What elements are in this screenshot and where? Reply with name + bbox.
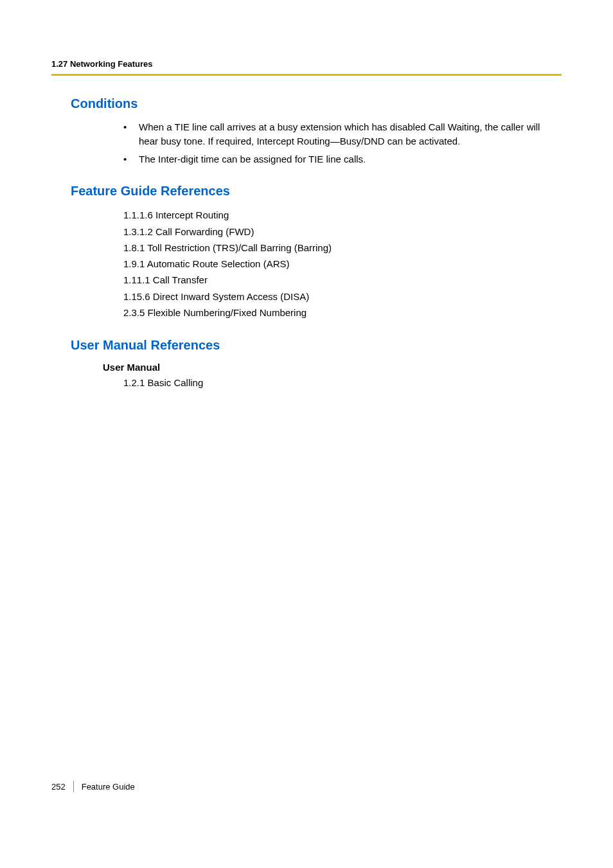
header-divider [51, 74, 562, 76]
reference-item: 1.3.1.2 Call Forwarding (FWD) [123, 224, 562, 239]
page-number: 252 [51, 782, 73, 792]
reference-item: 1.9.1 Automatic Route Selection (ARS) [123, 256, 562, 271]
reference-item: 1.2.1 Basic Calling [123, 375, 562, 390]
user-manual-references-title: User Manual References [71, 338, 562, 353]
reference-item: 2.3.5 Flexible Numbering/Fixed Numbering [123, 305, 562, 320]
conditions-title: Conditions [71, 96, 562, 111]
reference-item: 1.8.1 Toll Restriction (TRS)/Call Barrin… [123, 240, 562, 255]
feature-guide-references-list: 1.1.1.6 Intercept Routing 1.3.1.2 Call F… [123, 208, 562, 320]
reference-item: 1.15.6 Direct Inward System Access (DISA… [123, 289, 562, 304]
page-footer: 252 Feature Guide [51, 781, 135, 792]
reference-item: 1.1.1.6 Intercept Routing [123, 208, 562, 222]
condition-item: When a TIE line call arrives at a busy e… [123, 120, 562, 148]
condition-item: The Inter-digit time can be assigned for… [123, 152, 562, 166]
footer-divider [73, 781, 74, 792]
user-manual-subheading: User Manual [103, 362, 562, 373]
page-container: 1.27 Networking Features Conditions When… [0, 0, 613, 390]
feature-guide-references-title: Feature Guide References [71, 184, 562, 199]
conditions-list: When a TIE line call arrives at a busy e… [123, 120, 562, 166]
footer-doc-title: Feature Guide [82, 782, 135, 792]
reference-item: 1.11.1 Call Transfer [123, 272, 562, 287]
user-manual-references-list: 1.2.1 Basic Calling [123, 375, 562, 390]
header-section-label: 1.27 Networking Features [51, 59, 562, 69]
